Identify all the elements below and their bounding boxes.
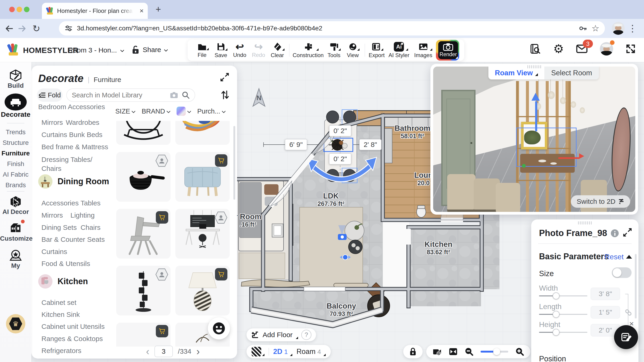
address-bar[interactable]: 3d.homestyler.com/?lang=en_US&assetId=bb… [59, 21, 605, 36]
homestyler-logo[interactable] [7, 44, 20, 57]
category-dining-sets[interactable]: Dining Sets [42, 224, 77, 231]
sidebar-trends[interactable]: Trends [0, 129, 31, 136]
props-drag-handle[interactable] [578, 221, 592, 224]
product-hammock[interactable] [176, 121, 230, 145]
switch-to-2d-button[interactable]: Switch to 2D [571, 195, 630, 208]
export-button[interactable]: Export [367, 40, 386, 60]
panel-expand-icon[interactable] [220, 73, 229, 82]
sidebar-customize[interactable]: Customize [0, 222, 31, 242]
section-dining-room[interactable]: Dining Room [38, 174, 109, 189]
category-food-utensils[interactable]: Food & Utensils [42, 260, 90, 267]
tab-select-room[interactable]: Select Room [544, 67, 599, 80]
mode-roam-tab[interactable]: Roam4 [296, 347, 321, 356]
reload-icon[interactable]: ↻ [30, 23, 43, 34]
window-minimize-button[interactable] [16, 7, 22, 12]
category-mirrors[interactable]: Mirrors [42, 119, 63, 126]
info-icon[interactable] [611, 229, 619, 237]
length-slider[interactable] [539, 314, 588, 315]
dimension-left[interactable]: 6' 9" [285, 139, 307, 150]
catalog-search-icon[interactable] [530, 43, 541, 54]
window-zoom-button[interactable] [24, 7, 30, 12]
product-tablet-armchair[interactable] [116, 209, 170, 259]
browser-profile-avatar[interactable] [612, 22, 625, 35]
search-input[interactable] [72, 91, 166, 99]
sidebar-my[interactable]: My [0, 249, 31, 269]
reset-button[interactable]: Reset [604, 253, 624, 261]
password-key-icon[interactable] [578, 24, 588, 33]
product-table-lamp[interactable] [176, 266, 230, 315]
category-ranges-cooktops[interactable]: Ranges & Cooktops [42, 335, 103, 342]
category-tables[interactable]: Tables [80, 199, 100, 207]
size-toggle[interactable] [612, 267, 632, 278]
sidebar-brands[interactable]: Brands [0, 181, 31, 189]
fullscreen-icon[interactable] [625, 43, 636, 54]
dimension-bottom[interactable]: 0' 2" [329, 153, 351, 164]
browser-menu-icon[interactable]: ⋮ [628, 23, 637, 34]
dimension-top[interactable]: 0' 2" [329, 125, 351, 136]
record-camera-icon[interactable] [432, 347, 442, 356]
construction-button[interactable]: Construction [292, 40, 325, 60]
filter-size[interactable]: SIZE [115, 108, 136, 115]
product-rocking-chair[interactable] [116, 121, 170, 145]
page-next-button[interactable]: › [196, 346, 200, 357]
category-bunk-beds[interactable]: Bunk Beds [69, 131, 102, 138]
category-cabinet-unit[interactable]: Cabinet unit [42, 323, 78, 330]
category-bedroom-accessories[interactable]: Bedroom Accessories [38, 104, 105, 111]
width-value[interactable]: 3' 8" [590, 288, 620, 300]
render-button[interactable]: Render [436, 40, 459, 61]
product-model[interactable] [116, 323, 170, 346]
images-button[interactable]: Images [412, 40, 434, 60]
view-button[interactable]: View [344, 40, 362, 60]
account-avatar[interactable] [600, 42, 613, 56]
sidebar-decorate[interactable]: Decorate [0, 94, 31, 118]
category-refrigerators[interactable]: Refrigerators [42, 347, 81, 354]
add-floor-button[interactable]: Add Floor ? [246, 328, 316, 341]
category-bed-frame-mattress[interactable]: Bed frame & Mattress [42, 143, 108, 151]
category-utensils[interactable]: Utensils [80, 323, 105, 330]
window-close-button[interactable] [9, 7, 15, 12]
category-dining-accessories[interactable]: Accessories [42, 199, 79, 207]
zoom-out-icon[interactable] [464, 347, 474, 356]
filter-brand[interactable]: BRAND [142, 108, 170, 115]
category-wardrobes[interactable]: Wardrobes [66, 119, 100, 126]
browser-tab[interactable]: Homestyler - Floor plan creat × [42, 3, 148, 19]
tune-icon[interactable] [64, 24, 73, 33]
category-kitchen-sink[interactable]: Kitchen Sink [42, 311, 80, 318]
category-dining-curtains[interactable]: Curtains [42, 248, 67, 255]
undo-button[interactable]: ↩ Undo [230, 40, 249, 60]
link-dimensions-icon[interactable] [624, 308, 632, 317]
settings-gear-icon[interactable]: ⚙ [553, 43, 564, 54]
dismiss-fab-icon[interactable]: × [629, 319, 634, 328]
tab-roam-view[interactable]: Roam View [488, 67, 544, 80]
mode-2d-tab[interactable]: 2D1 [273, 347, 288, 356]
bookmark-star-icon[interactable]: ☆ [592, 23, 599, 33]
sidebar-build[interactable]: Build [0, 69, 31, 89]
project-name-selector[interactable]: Room 3 - Hon... [68, 46, 124, 54]
flip-icon[interactable] [449, 348, 458, 355]
floor-pattern-button[interactable] [252, 347, 261, 356]
share-button[interactable]: Share [131, 45, 168, 55]
props-expand-icon[interactable] [623, 228, 632, 236]
search-icon[interactable] [182, 91, 190, 99]
sidebar-furniture[interactable]: Furniture [0, 150, 31, 157]
zoom-in-icon[interactable] [515, 347, 524, 356]
back-icon[interactable] [4, 24, 17, 34]
sidebar-ai-fabric[interactable]: AI Fabric [0, 171, 31, 178]
category-dressing-tables[interactable]: Dressing Tables/ Chairs [42, 155, 106, 173]
product-saucepan[interactable] [116, 152, 170, 202]
section-kitchen[interactable]: Kitchen [38, 274, 88, 288]
membership-crown-button[interactable]: ♛ [6, 314, 25, 333]
collapse-section-icon[interactable] [626, 255, 632, 259]
props-scrollbar[interactable] [635, 254, 637, 318]
messages-icon[interactable]: 3 [576, 43, 588, 54]
page-prev-button[interactable]: ‹ [146, 346, 150, 357]
file-button[interactable]: File [193, 40, 212, 60]
filter-purchasable[interactable]: Purch... [197, 108, 226, 115]
lock-button[interactable] [403, 345, 422, 358]
model-search-box[interactable] [66, 88, 195, 102]
clear-button[interactable]: Clear [268, 40, 287, 60]
category-chairs[interactable]: Chairs [80, 224, 100, 231]
category-bar-counter-seats[interactable]: Bar & Counter Seats [42, 236, 105, 243]
product-desk-set[interactable] [176, 209, 230, 259]
fold-button[interactable]: Fold [37, 88, 62, 102]
